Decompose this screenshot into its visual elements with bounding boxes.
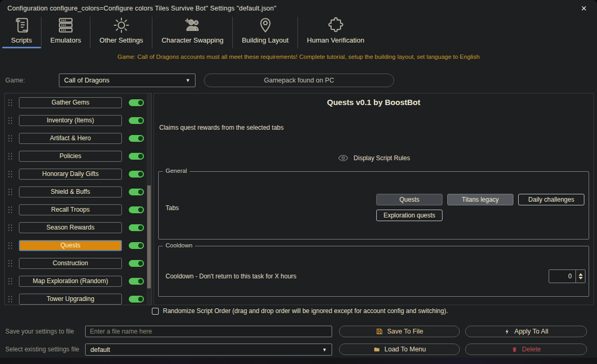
script-toggle[interactable]: [129, 153, 144, 160]
script-toggle[interactable]: [129, 206, 144, 213]
drag-handle-icon[interactable]: [7, 295, 14, 304]
drag-handle-icon[interactable]: [7, 116, 14, 125]
script-toggle[interactable]: [129, 242, 144, 249]
drag-handle-icon[interactable]: [7, 241, 14, 250]
script-row: Honorary Daily Gifts: [5, 165, 151, 183]
game-select[interactable]: Call of Dragons ▼: [59, 74, 195, 87]
script-button[interactable]: Gather Gems: [19, 97, 122, 108]
script-row: Season Rewards: [5, 219, 151, 236]
toggle-knob: [138, 243, 143, 248]
tab-label: Other Settings: [99, 36, 143, 44]
load-to-menu-label: Load To Menu: [385, 346, 426, 353]
select-settings-label: Select existing settings file: [5, 346, 79, 353]
tab-option-button[interactable]: Quests: [376, 194, 442, 205]
script-button[interactable]: Honorary Daily Gifts: [19, 169, 122, 180]
tab-human-verification[interactable]: Human Verification: [298, 17, 373, 48]
toggle-knob: [138, 136, 143, 141]
script-description: Claims quest rewards from the selected t…: [159, 124, 284, 131]
drag-handle-icon[interactable]: [7, 259, 14, 268]
tab-label: Character Swapping: [161, 36, 223, 44]
map-pin-icon: [256, 16, 275, 35]
scrollbar-thumb[interactable]: [147, 185, 151, 288]
script-row: Policies: [5, 147, 151, 165]
script-toggle[interactable]: [129, 99, 144, 106]
script-row: Recall Troops: [5, 201, 151, 219]
save-to-file-button[interactable]: Save To File: [339, 326, 460, 337]
script-row: Tower Upgrading: [5, 290, 151, 305]
cooldown-value[interactable]: 0: [549, 269, 576, 283]
toggle-knob: [138, 261, 143, 266]
game-select-value: Call of Dragons: [64, 77, 109, 84]
apply-to-all-button[interactable]: Apply To All: [465, 326, 587, 337]
tab-emulators[interactable]: Emulators: [42, 17, 91, 48]
main-tab-bar: Scripts Emulators Other Settings Charact…: [0, 17, 373, 48]
load-to-menu-button[interactable]: Load To Menu: [339, 344, 460, 355]
script-list-scrollbar: [147, 93, 151, 305]
script-button[interactable]: Season Rewards: [19, 222, 122, 233]
script-toggle[interactable]: [129, 135, 144, 142]
randomize-checkbox[interactable]: [152, 308, 159, 315]
tab-building-layout[interactable]: Building Layout: [233, 17, 298, 48]
script-button[interactable]: Map Exploration (Random): [19, 276, 122, 287]
script-toggle[interactable]: [129, 296, 144, 303]
delete-label: Delete: [522, 346, 541, 353]
script-row: Gather Gems: [5, 93, 151, 111]
script-button[interactable]: Construction: [19, 258, 122, 269]
script-toggle[interactable]: [129, 117, 144, 124]
tab-label: Scripts: [11, 36, 32, 44]
background-window-edge: [0, 358, 597, 364]
spinner-down-icon[interactable]: [579, 277, 583, 279]
tab-option-button[interactable]: Titans legacy: [447, 194, 513, 205]
script-toggle[interactable]: [129, 278, 144, 285]
save-icon: [376, 328, 383, 335]
toggle-knob: [138, 172, 143, 176]
tab-character-swapping[interactable]: Character Swapping: [152, 17, 233, 48]
script-toggle[interactable]: [129, 260, 144, 267]
script-button[interactable]: Inventory (Items): [19, 115, 122, 126]
tab-option-button[interactable]: Exploration quests: [376, 210, 442, 221]
script-toggle[interactable]: [129, 189, 144, 195]
drag-handle-icon[interactable]: [7, 152, 14, 161]
close-icon[interactable]: ×: [577, 2, 591, 15]
spinner-arrows[interactable]: [576, 269, 585, 283]
display-script-rules-button[interactable]: Display Script Rules: [154, 152, 593, 164]
trash-icon: [511, 346, 518, 353]
window-title: Configuration configure_colors=Configure…: [7, 5, 276, 12]
save-to-file-label: Save To File: [387, 328, 424, 335]
drag-handle-icon[interactable]: [7, 98, 14, 107]
tab-scripts[interactable]: Scripts: [2, 17, 42, 48]
script-toggle[interactable]: [129, 171, 144, 178]
drag-handle-icon[interactable]: [7, 223, 14, 232]
script-button[interactable]: Tower Upgrading: [19, 294, 122, 305]
script-row: Inventory (Items): [5, 111, 151, 129]
drag-handle-icon[interactable]: [7, 134, 14, 143]
tab-option-button[interactable]: Daily challenges: [518, 194, 584, 205]
cooldown-spinner: 0: [549, 269, 585, 283]
toggle-knob: [138, 100, 143, 105]
tab-options: QuestsTitans legacyDaily challengesExplo…: [376, 194, 585, 221]
delete-button[interactable]: Delete: [465, 344, 587, 355]
cooldown-group: Cooldown Cooldown - Don't return to this…: [158, 246, 589, 297]
drag-handle-icon[interactable]: [7, 188, 14, 196]
script-button[interactable]: Shield & Buffs: [19, 186, 122, 197]
script-toggle[interactable]: [129, 224, 144, 231]
folder-icon: [373, 346, 380, 353]
file-name-input[interactable]: [85, 326, 332, 337]
script-button[interactable]: Recall Troops: [19, 204, 122, 215]
cooldown-group-title: Cooldown: [163, 242, 195, 248]
script-button[interactable]: Quests: [19, 240, 122, 251]
script-settings-panel: Quests v0.1 by BoostBot Claims quest rew…: [153, 93, 594, 305]
toggle-knob: [138, 297, 143, 301]
spinner-up-icon[interactable]: [579, 273, 583, 276]
tab-other-settings[interactable]: Other Settings: [90, 17, 152, 48]
script-row: Quests: [5, 236, 151, 254]
script-button[interactable]: Artifact & Hero: [19, 133, 122, 144]
drag-handle-icon[interactable]: [7, 277, 14, 286]
gamepack-status-button[interactable]: Gamepack found on PC: [204, 74, 394, 87]
script-row: Shield & Buffs: [5, 183, 151, 201]
toggle-knob: [138, 207, 143, 212]
settings-file-select[interactable]: default ▼: [85, 344, 332, 356]
drag-handle-icon[interactable]: [7, 170, 14, 179]
drag-handle-icon[interactable]: [7, 205, 14, 214]
script-button[interactable]: Policies: [19, 151, 122, 162]
